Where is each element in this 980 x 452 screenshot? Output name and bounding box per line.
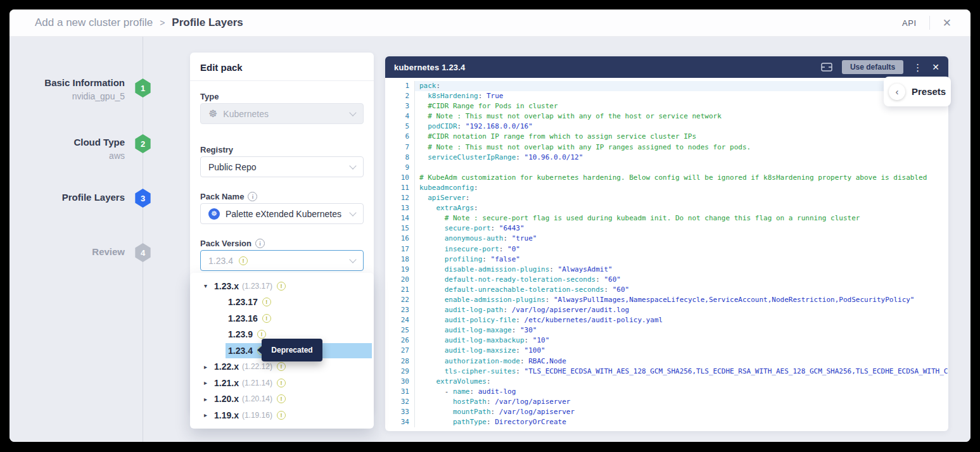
line-text: # Note : This must not overlap with any … (415, 142, 948, 153)
line-text: serviceClusterIpRange: "10.96.0.0/12" (415, 153, 948, 163)
line-number: 4 (385, 111, 415, 122)
breadcrumb-parent[interactable]: Add a new cluster profile (35, 16, 153, 29)
code-line-18: 18 profiling: "false" (385, 254, 948, 265)
code-line-15: 15 secure-port: "6443" (385, 223, 948, 234)
registry-select[interactable]: Public Repo (200, 156, 364, 177)
version-option-1.20.x[interactable]: ▸1.20.x(1.20.14)! (190, 391, 374, 408)
kebab-menu-icon[interactable]: ⋮ (913, 63, 922, 72)
line-number: 12 (385, 193, 415, 203)
pack-version-dropdown: ▾1.23.x(1.23.17)!1.23.17!1.23.16!1.23.9!… (190, 273, 374, 429)
code-line-22: 22 enable-admission-plugins: "AlwaysPull… (385, 295, 948, 305)
line-text: #CIDR notation IP range from which to as… (415, 132, 948, 142)
step-sublabel: aws (10, 151, 125, 161)
titlebar: Add a new cluster profile > Profile Laye… (10, 9, 970, 37)
step-sublabel: nvidia_gpu_5 (10, 91, 125, 101)
code-line-1: 1pack: (385, 81, 948, 91)
caret-right-icon[interactable]: ▸ (204, 379, 214, 386)
code-line-11: 11kubeadmconfig: (385, 183, 948, 193)
line-number: 22 (385, 295, 415, 305)
step-badge-1: 1 (134, 78, 151, 97)
pack-version-select[interactable]: 1.23.4 ! (200, 250, 364, 271)
code-line-33: 33 mountPath: /var/log/apiserver (385, 407, 948, 417)
stepper-step-cloud-type[interactable]: Cloud Typeaws (10, 137, 125, 161)
line-number: 29 (385, 367, 415, 377)
caret-right-icon[interactable]: ▸ (204, 411, 214, 418)
line-number: 24 (385, 315, 415, 325)
deprecated-tooltip: Deprecated (262, 339, 322, 361)
line-number: 14 (385, 213, 415, 223)
line-text: # Note : secure-port flag is used during… (415, 213, 948, 223)
code-line-28: 28 authorization-mode: RBAC,Node (385, 356, 948, 367)
line-number: 18 (385, 254, 415, 265)
code-line-14: 14 # Note : secure-port flag is used dur… (385, 213, 948, 223)
modal-close-icon[interactable]: ✕ (943, 18, 951, 28)
line-text: audit-log-path: /var/log/apiserver/audit… (415, 305, 948, 315)
line-text: pathType: DirectoryOrCreate (415, 417, 948, 427)
line-text: default-not-ready-toleration-seconds: "6… (415, 275, 948, 285)
pack-name-value: Palette eXtended Kubernetes (226, 209, 341, 219)
code-line-3: 3 #CIDR Range for Pods in cluster (385, 101, 948, 111)
info-icon: i (248, 192, 257, 201)
code-line-25: 25 audit-log-maxage: "30" (385, 325, 948, 336)
api-link[interactable]: API (902, 18, 917, 28)
step-badge-2: 2 (134, 134, 151, 153)
version-hint: (1.21.14) (242, 379, 272, 387)
line-number: 26 (385, 336, 415, 346)
chevron-left-icon[interactable]: ‹ (889, 84, 905, 100)
deprecated-warning-icon: ! (239, 256, 248, 265)
version-hint: (1.19.16) (242, 411, 272, 420)
line-text: pack: (415, 81, 948, 91)
line-number: 33 (385, 407, 415, 417)
version-hint: (1.22.12) (242, 362, 272, 371)
version-label: 1.19.x (214, 410, 239, 420)
code-line-27: 27 audit-log-maxsize: "100" (385, 346, 948, 356)
code-line-30: 30 extraVolumes: (385, 377, 948, 387)
stepper-step-review[interactable]: Review (10, 246, 125, 258)
split-view-icon[interactable] (821, 63, 832, 72)
pack-name-select[interactable]: ☸ Palette eXtended Kubernetes (200, 203, 364, 224)
line-text: anonymous-auth: "true" (415, 234, 948, 244)
line-text: default-unreachable-toleration-seconds: … (415, 285, 948, 295)
editor-close-icon[interactable]: ✕ (932, 63, 939, 72)
stepper-step-basic-information[interactable]: Basic Informationnvidia_gpu_5 (10, 77, 125, 101)
presets-label[interactable]: Presets (912, 86, 946, 97)
deprecated-warning-icon: ! (262, 314, 271, 323)
code-line-23: 23 audit-log-path: /var/log/apiserver/au… (385, 305, 948, 315)
caret-right-icon[interactable]: ▸ (204, 396, 214, 403)
version-option-1.23.17[interactable]: 1.23.17! (190, 294, 374, 311)
code-line-17: 17 insecure-port: "0" (385, 244, 948, 254)
page-body: Basic Informationnvidia_gpu_51Cloud Type… (10, 37, 970, 442)
step-label: Cloud Type (73, 137, 125, 148)
line-number: 13 (385, 203, 415, 213)
line-text: disable-admission-plugins: "AlwaysAdmit" (415, 265, 948, 275)
line-text: audit-log-maxage: "30" (415, 325, 948, 336)
use-defaults-button[interactable]: Use defaults (842, 60, 903, 74)
yaml-code-area[interactable]: 1pack:2 k8sHardening: True3 #CIDR Range … (385, 78, 948, 431)
step-label: Basic Information (44, 77, 125, 88)
line-number: 21 (385, 285, 415, 295)
pack-version-value: 1.23.4 (208, 256, 233, 266)
caret-down-icon[interactable]: ▾ (204, 282, 214, 289)
version-option-1.23.16[interactable]: 1.23.16! (190, 310, 374, 327)
code-line-9: 9 (385, 163, 948, 173)
code-line-21: 21 default-unreachable-toleration-second… (385, 285, 948, 295)
line-number: 2 (385, 91, 415, 101)
version-option-1.21.x[interactable]: ▸1.21.x(1.21.14)! (190, 375, 374, 391)
line-text: enable-admission-plugins: "AlwaysPullIma… (415, 295, 948, 305)
version-option-1.23.4[interactable]: 1.23.4!Deprecated (190, 342, 374, 359)
line-number: 20 (385, 275, 415, 285)
version-option-1.19.x[interactable]: ▸1.19.x(1.19.16)! (190, 407, 374, 424)
line-text: secure-port: "6443" (415, 223, 948, 234)
line-number: 3 (385, 101, 415, 111)
version-option-1.23.x[interactable]: ▾1.23.x(1.23.17)! (190, 278, 374, 294)
caret-right-icon[interactable]: ▸ (204, 363, 214, 370)
line-number: 17 (385, 244, 415, 254)
chevron-down-icon (349, 256, 356, 263)
code-line-20: 20 default-not-ready-toleration-seconds:… (385, 275, 948, 285)
stepper-step-profile-layers[interactable]: Profile Layers (10, 192, 125, 203)
line-text: profiling: "false" (415, 254, 948, 265)
pack-name-label: Pack Name i (200, 192, 257, 201)
code-line-8: 8 serviceClusterIpRange: "10.96.0.0/12" (385, 153, 948, 163)
version-label: 1.23.16 (228, 313, 258, 323)
line-number: 1 (385, 81, 415, 91)
